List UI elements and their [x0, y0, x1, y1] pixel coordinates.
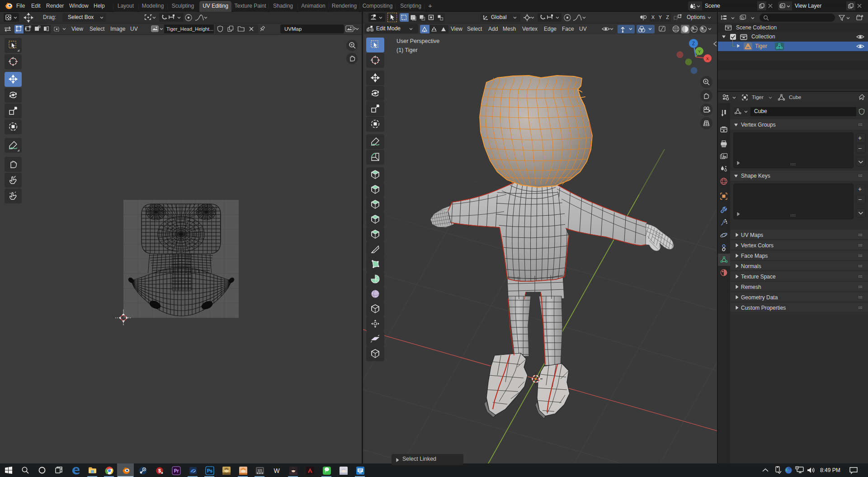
svg-text:W: W	[274, 467, 280, 474]
svg-text:X: X	[706, 56, 709, 61]
svg-text:Z: Z	[692, 41, 695, 46]
svg-text:Ps: Ps	[207, 468, 213, 473]
svg-text:321: 321	[258, 469, 263, 472]
svg-text:Y: Y	[698, 49, 701, 54]
svg-text:Pr: Pr	[174, 468, 179, 473]
svg-text:$: $	[158, 468, 161, 473]
